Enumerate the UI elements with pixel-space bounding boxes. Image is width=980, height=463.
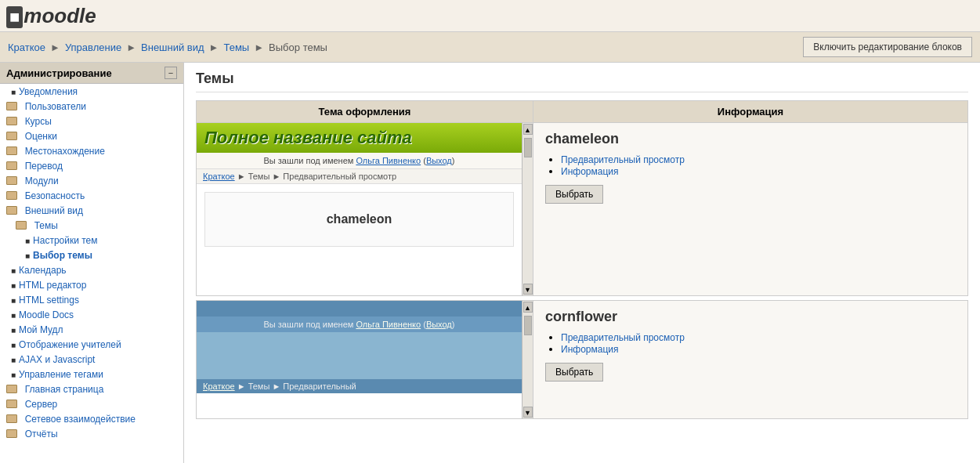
sidebar-item-html-settings[interactable]: ■HTML settings [0,292,183,307]
scroll-up-btn[interactable]: ▲ [523,302,533,313]
chameleon-user-link[interactable]: Ольга Пивненко [356,156,421,165]
folder-open-icon [6,206,17,215]
chameleon-login-text: Вы зашли под именем [264,156,354,165]
folder-icon [6,385,17,393]
scroll-thumb [524,316,532,335]
theme-row-chameleon: Полное название сайта Вы зашли под имене… [197,123,968,296]
edit-blocks-button[interactable]: Включить редактирование блоков [803,37,972,57]
scroll-up-btn[interactable]: ▲ [523,124,533,135]
theme-row-cornflower: Вы зашли под именем Ольга Пивненко (Выхо… [197,301,968,419]
sidebar-item-reports[interactable]: Отчёты [0,426,183,441]
bullet-icon: ■ [11,356,16,364]
breadcrumb-bar: Краткое ► Управление ► Внешний вид ► Тем… [0,32,980,63]
main-layout: Администрирование − ■Уведомления Пользов… [0,63,980,463]
sidebar-item-html-editor[interactable]: ■HTML редактор [0,277,183,292]
bullet-icon: ■ [11,341,16,349]
chameleon-title: Полное название сайта [204,128,514,148]
cornflower-name: cornflower [545,309,956,325]
chameleon-logout-link[interactable]: Выход [426,156,452,165]
chameleon-bc-sep1: ► [237,172,248,181]
cornflower-scrollbar: ▲ ▼ [522,301,533,418]
breadcrumb-appearance[interactable]: Внешний вид [141,42,204,53]
folder-icon [6,191,17,200]
chameleon-link-info[interactable]: Информация [561,165,956,177]
col-info: Информация [533,101,968,123]
sep1: ► [50,42,60,53]
chameleon-bc-sep2: ► [272,172,283,181]
sidebar-item-teachers[interactable]: ■Отображение учителей [0,337,183,352]
sep3: ► [209,42,219,53]
sidebar-item-location[interactable]: Местонахождение [0,143,183,158]
logo: ■moodle [6,3,96,28]
cornflower-bc-text: Темы ► Предварительный [248,382,356,391]
sidebar-header: Администрирование − [0,63,183,84]
breadcrumb-themes[interactable]: Темы [223,42,249,53]
sidebar-item-server[interactable]: Сервер [0,396,183,411]
cornflower-link-preview[interactable]: Предварительный просмотр [561,331,956,343]
sidebar-item-users[interactable]: Пользователи [0,99,183,114]
sidebar-item-themes[interactable]: Темы [0,218,183,233]
folder-icon [6,146,17,155]
sidebar-item-modules[interactable]: Модули [0,173,183,188]
col-preview: Тема оформления [197,101,533,123]
folder-icon [6,429,17,438]
cornflower-user-link[interactable]: Ольга Пивненко [356,320,421,329]
sep4: ► [254,42,264,53]
chameleon-bc-link[interactable]: Краткое [203,172,235,181]
sidebar-item-calendar[interactable]: ■Календарь [0,262,183,277]
breadcrumb-manage[interactable]: Управление [65,42,121,53]
sidebar-item-frontpage[interactable]: Главная страница [0,382,183,396]
sidebar-item-grades[interactable]: Оценки [0,128,183,143]
sidebar-item-appearance[interactable]: Внешний вид [0,203,183,218]
breadcrumb-current: Выбор темы [269,42,327,53]
scroll-down-btn[interactable]: ▼ [523,407,533,418]
sidebar-item-theme-settings[interactable]: ■Настройки тем [0,233,183,248]
sidebar-title: Администрирование [6,67,112,79]
cornflower-preview-cell: Вы зашли под именем Ольга Пивненко (Выхо… [197,301,533,419]
folder-icon [6,400,17,408]
sidebar-item-networking[interactable]: Сетевое взаимодействие [0,411,183,426]
folder-icon [6,161,17,170]
cornflower-bc-link[interactable]: Краткое [203,382,235,391]
bullet-icon: ■ [11,88,16,96]
sidebar: Администрирование − ■Уведомления Пользов… [0,63,184,463]
sidebar-item-my-moodle[interactable]: ■Мой Мудл [0,322,183,337]
chameleon-link-preview[interactable]: Предварительный просмотр [561,154,956,165]
chameleon-select-button[interactable]: Выбрать [545,185,603,204]
bullet-icon: ■ [11,281,16,290]
sidebar-collapse-button[interactable]: − [165,67,177,79]
sidebar-item-notifications[interactable]: ■Уведомления [0,84,183,99]
bullet-icon: ■ [11,266,16,275]
cornflower-info-cell: cornflower Предварительный просмотр Инфо… [533,301,968,419]
folder-icon [6,132,17,140]
chameleon-links: Предварительный просмотр Информация [545,154,956,177]
cornflower-links: Предварительный просмотр Информация [545,331,956,355]
header: ■moodle [0,0,980,32]
chameleon-preview-cell: Полное название сайта Вы зашли под имене… [197,123,533,296]
sidebar-item-tags[interactable]: ■Управление тегами [0,367,183,382]
cornflower-login-text: Вы зашли под именем [264,320,354,329]
sidebar-item-theme-select[interactable]: ■Выбор темы [0,248,183,262]
sidebar-item-moodle-docs[interactable]: ■Moodle Docs [0,307,183,322]
cornflower-select-button[interactable]: Выбрать [545,363,603,382]
cornflower-link-info[interactable]: Информация [561,343,956,355]
bullet-icon: ■ [11,326,16,335]
sidebar-item-courses[interactable]: Курсы [0,114,183,128]
scroll-down-btn[interactable]: ▼ [523,284,533,295]
folder-open-icon [16,221,27,230]
folder-icon [6,414,17,423]
sep2: ► [126,42,136,53]
sidebar-item-translate[interactable]: Перевод [0,158,183,173]
sidebar-item-ajax[interactable]: ■AJAX и Javascript [0,352,183,367]
breadcrumb: Краткое ► Управление ► Внешний вид ► Тем… [8,42,327,53]
content: Темы Тема оформления Информация Полное н… [184,63,980,463]
folder-icon [6,117,17,125]
bullet-icon: ■ [25,251,30,260]
bullet-icon: ■ [11,311,16,320]
breadcrumb-home[interactable]: Краткое [8,42,45,53]
chameleon-info-cell: chameleon Предварительный просмотр Инфор… [533,123,968,296]
chameleon-bc-preview: Предварительный просмотр [283,172,396,181]
sidebar-item-security[interactable]: Безопасность [0,188,183,203]
cornflower-logout-link[interactable]: Выход [426,320,452,329]
cornflower-bc-sep: ► [237,382,248,391]
